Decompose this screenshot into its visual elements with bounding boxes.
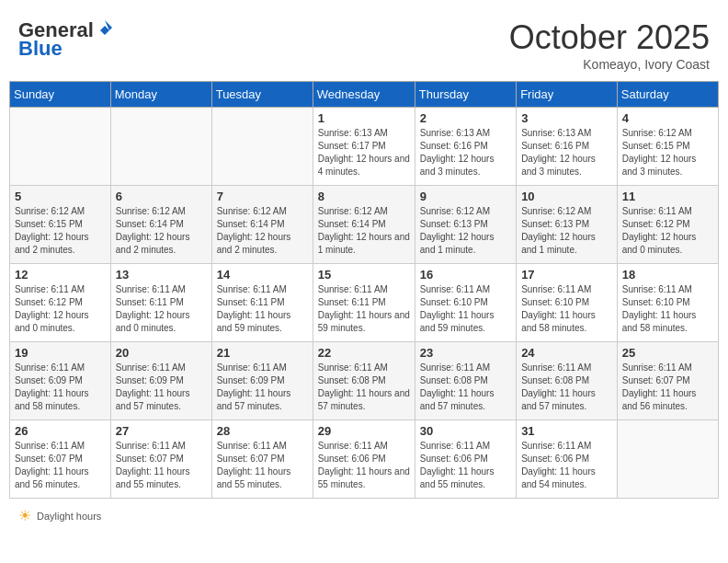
month-title: October 2025 (509, 18, 710, 57)
day-info: Sunrise: 6:12 AMSunset: 6:14 PMDaylight:… (318, 205, 410, 257)
day-info: Sunrise: 6:12 AMSunset: 6:15 PMDaylight:… (15, 205, 106, 257)
day-number: 3 (521, 111, 612, 125)
table-row: 17Sunrise: 6:11 AMSunset: 6:10 PMDayligh… (517, 264, 618, 342)
table-row: 10Sunrise: 6:12 AMSunset: 6:13 PMDayligh… (517, 186, 618, 264)
day-info: Sunrise: 6:13 AMSunset: 6:17 PMDaylight:… (318, 127, 410, 178)
col-sunday: Sunday (10, 82, 111, 108)
day-number: 11 (622, 190, 713, 203)
table-row: 14Sunrise: 6:11 AMSunset: 6:11 PMDayligh… (211, 264, 313, 342)
day-number: 27 (116, 424, 207, 438)
day-info: Sunrise: 6:12 AMSunset: 6:13 PMDaylight:… (420, 205, 511, 257)
day-number: 16 (420, 268, 511, 282)
day-number: 21 (217, 346, 308, 360)
day-info: Sunrise: 6:11 AMSunset: 6:07 PMDaylight:… (217, 440, 308, 491)
calendar-header-row: Sunday Monday Tuesday Wednesday Thursday… (10, 82, 719, 108)
day-number: 5 (15, 190, 106, 203)
table-row: 30Sunrise: 6:11 AMSunset: 6:06 PMDayligh… (415, 420, 516, 499)
calendar-week-row: 5Sunrise: 6:12 AMSunset: 6:15 PMDaylight… (10, 186, 719, 264)
day-info: Sunrise: 6:11 AMSunset: 6:12 PMDaylight:… (622, 205, 713, 257)
table-row (110, 108, 211, 186)
day-info: Sunrise: 6:11 AMSunset: 6:08 PMDaylight:… (521, 362, 612, 413)
table-row: 1Sunrise: 6:13 AMSunset: 6:17 PMDaylight… (313, 108, 415, 186)
day-info: Sunrise: 6:11 AMSunset: 6:11 PMDaylight:… (116, 283, 207, 335)
table-row (211, 108, 313, 186)
day-info: Sunrise: 6:11 AMSunset: 6:08 PMDaylight:… (420, 362, 511, 413)
table-row: 12Sunrise: 6:11 AMSunset: 6:12 PMDayligh… (10, 264, 111, 342)
table-row: 7Sunrise: 6:12 AMSunset: 6:14 PMDaylight… (211, 186, 313, 264)
calendar-week-row: 12Sunrise: 6:11 AMSunset: 6:12 PMDayligh… (10, 264, 719, 342)
table-row: 24Sunrise: 6:11 AMSunset: 6:08 PMDayligh… (517, 342, 618, 420)
table-row: 26Sunrise: 6:11 AMSunset: 6:07 PMDayligh… (10, 420, 111, 499)
day-number: 15 (318, 268, 410, 282)
table-row: 19Sunrise: 6:11 AMSunset: 6:09 PMDayligh… (10, 342, 111, 420)
page-header: General Blue October 2025 Komeayo, Ivory… (9, 9, 719, 76)
table-row: 5Sunrise: 6:12 AMSunset: 6:15 PMDaylight… (10, 186, 111, 264)
col-tuesday: Tuesday (211, 82, 313, 108)
table-row: 4Sunrise: 6:12 AMSunset: 6:15 PMDaylight… (617, 108, 718, 186)
calendar-week-row: 26Sunrise: 6:11 AMSunset: 6:07 PMDayligh… (10, 420, 719, 499)
calendar-week-row: 1Sunrise: 6:13 AMSunset: 6:17 PMDaylight… (10, 108, 719, 186)
daylight-label: Daylight hours (37, 511, 101, 522)
day-number: 28 (217, 424, 308, 438)
day-number: 20 (116, 346, 207, 360)
col-monday: Monday (110, 82, 211, 108)
day-info: Sunrise: 6:11 AMSunset: 6:10 PMDaylight:… (521, 283, 612, 335)
day-info: Sunrise: 6:12 AMSunset: 6:15 PMDaylight:… (622, 127, 713, 178)
day-info: Sunrise: 6:11 AMSunset: 6:06 PMDaylight:… (521, 440, 612, 491)
col-thursday: Thursday (415, 82, 516, 108)
table-row: 25Sunrise: 6:11 AMSunset: 6:07 PMDayligh… (617, 342, 718, 420)
day-info: Sunrise: 6:11 AMSunset: 6:10 PMDaylight:… (420, 283, 511, 335)
table-row: 2Sunrise: 6:13 AMSunset: 6:16 PMDaylight… (415, 108, 516, 186)
day-number: 19 (15, 346, 106, 360)
day-number: 1 (318, 111, 410, 125)
footer: ☀ Daylight hours (9, 503, 719, 528)
day-number: 29 (318, 424, 410, 438)
day-number: 25 (622, 346, 713, 360)
col-wednesday: Wednesday (313, 82, 415, 108)
sun-icon: ☀ (18, 507, 31, 524)
day-number: 31 (521, 424, 612, 438)
day-number: 9 (420, 190, 511, 203)
day-info: Sunrise: 6:11 AMSunset: 6:10 PMDaylight:… (622, 283, 713, 335)
day-number: 24 (521, 346, 612, 360)
day-number: 6 (116, 190, 207, 203)
day-info: Sunrise: 6:11 AMSunset: 6:09 PMDaylight:… (15, 362, 106, 413)
day-number: 12 (15, 268, 106, 282)
day-info: Sunrise: 6:11 AMSunset: 6:09 PMDaylight:… (116, 362, 207, 413)
day-number: 7 (217, 190, 308, 203)
table-row: 6Sunrise: 6:12 AMSunset: 6:14 PMDaylight… (110, 186, 211, 264)
table-row: 28Sunrise: 6:11 AMSunset: 6:07 PMDayligh… (211, 420, 313, 499)
table-row: 11Sunrise: 6:11 AMSunset: 6:12 PMDayligh… (617, 186, 718, 264)
table-row: 3Sunrise: 6:13 AMSunset: 6:16 PMDaylight… (517, 108, 618, 186)
logo: General Blue (18, 18, 114, 60)
day-info: Sunrise: 6:11 AMSunset: 6:07 PMDaylight:… (15, 440, 106, 491)
day-number: 13 (116, 268, 207, 282)
day-info: Sunrise: 6:11 AMSunset: 6:11 PMDaylight:… (217, 283, 308, 335)
day-info: Sunrise: 6:11 AMSunset: 6:07 PMDaylight:… (622, 362, 713, 413)
day-number: 18 (622, 268, 713, 282)
location: Komeayo, Ivory Coast (509, 57, 710, 72)
table-row (10, 108, 111, 186)
day-number: 2 (420, 111, 511, 125)
day-number: 10 (521, 190, 612, 203)
day-info: Sunrise: 6:12 AMSunset: 6:13 PMDaylight:… (521, 205, 612, 257)
day-number: 4 (622, 111, 713, 125)
table-row: 27Sunrise: 6:11 AMSunset: 6:07 PMDayligh… (110, 420, 211, 499)
day-info: Sunrise: 6:11 AMSunset: 6:12 PMDaylight:… (15, 283, 106, 335)
table-row: 8Sunrise: 6:12 AMSunset: 6:14 PMDaylight… (313, 186, 415, 264)
table-row: 31Sunrise: 6:11 AMSunset: 6:06 PMDayligh… (517, 420, 618, 499)
day-info: Sunrise: 6:11 AMSunset: 6:08 PMDaylight:… (318, 362, 410, 413)
day-info: Sunrise: 6:11 AMSunset: 6:11 PMDaylight:… (318, 283, 410, 335)
day-number: 22 (318, 346, 410, 360)
day-info: Sunrise: 6:11 AMSunset: 6:09 PMDaylight:… (217, 362, 308, 413)
table-row: 15Sunrise: 6:11 AMSunset: 6:11 PMDayligh… (313, 264, 415, 342)
logo-icon (96, 18, 114, 37)
table-row: 21Sunrise: 6:11 AMSunset: 6:09 PMDayligh… (211, 342, 313, 420)
day-number: 17 (521, 268, 612, 282)
col-friday: Friday (517, 82, 618, 108)
table-row: 22Sunrise: 6:11 AMSunset: 6:08 PMDayligh… (313, 342, 415, 420)
table-row: 29Sunrise: 6:11 AMSunset: 6:06 PMDayligh… (313, 420, 415, 499)
day-info: Sunrise: 6:11 AMSunset: 6:07 PMDaylight:… (116, 440, 207, 491)
table-row (617, 420, 718, 499)
day-info: Sunrise: 6:11 AMSunset: 6:06 PMDaylight:… (420, 440, 511, 491)
